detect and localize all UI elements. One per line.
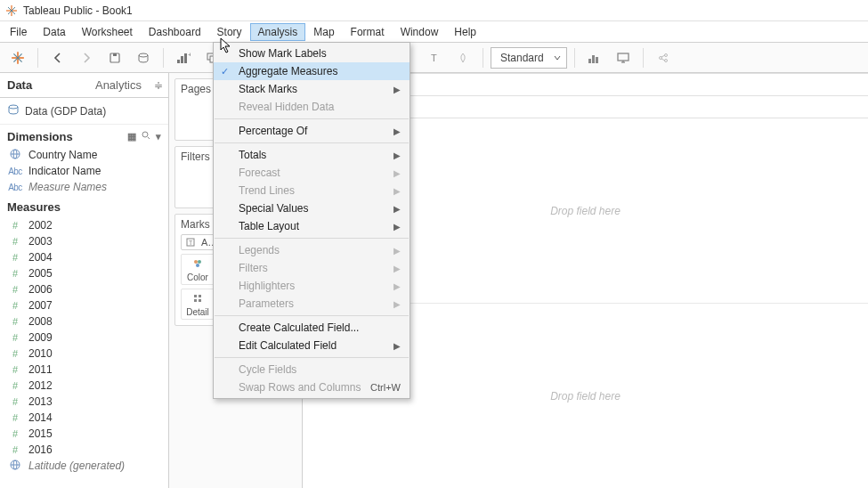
field-latitude-generated-[interactable]: Latitude (generated) [0,458,168,474]
field-2007[interactable]: #2007 [0,297,168,313]
menu-worksheet[interactable]: Worksheet [74,23,141,41]
show-me-button[interactable] [582,45,607,70]
svg-rect-28 [588,59,591,63]
datasource-row[interactable]: Data (GDP Data) [0,98,168,125]
menu-item-table-layout[interactable]: Table Layout▶ [214,217,410,235]
chevron-down-icon [554,54,561,61]
field-label: 2012 [28,379,53,392]
field-label: 2003 [28,235,53,248]
color-icon [192,256,203,271]
menu-item-show-mark-labels[interactable]: Show Mark Labels [214,45,410,62]
field-country-name[interactable]: Country Name [0,147,168,163]
svg-rect-54 [199,295,201,297]
field-2009[interactable]: #2009 [0,329,168,346]
menu-item-create-calculated-field-[interactable]: Create Calculated Field... [214,319,410,337]
fit-dropdown[interactable]: Standard [491,47,567,69]
field-label: Latitude (generated) [28,460,125,472]
number-icon: # [7,332,23,343]
menu-item-stack-marks[interactable]: Stack Marks▶ [214,80,410,98]
sidebar-swap-icon[interactable]: ≑ [149,73,168,97]
field-2005[interactable]: #2005 [0,265,168,281]
forward-button[interactable] [74,45,99,70]
menu-data[interactable]: Data [35,23,73,41]
menubar: FileDataWorksheetDashboardStoryAnalysisM… [0,21,868,43]
menu-file[interactable]: File [2,23,35,41]
mark-detail[interactable]: Detail [181,289,215,320]
dimensions-label: Dimensions [7,130,73,143]
pin-button[interactable] [450,45,475,70]
back-button[interactable] [45,45,70,70]
window-title: Tableau Public - Book1 [23,4,133,17]
menu-format[interactable]: Format [343,23,393,41]
field-label: 2010 [28,347,53,360]
field-2012[interactable]: #2012 [0,378,168,394]
number-icon: # [7,412,23,423]
field-2004[interactable]: #2004 [0,249,168,265]
label-button[interactable]: T [422,45,447,70]
number-icon: # [7,300,23,311]
menu-item-label: Highlighters [239,280,295,292]
field-2008[interactable]: #2008 [0,313,168,329]
measures-header: Measures [0,195,168,217]
svg-text:+: + [188,52,191,59]
analysis-menu: Show Mark Labels✓Aggregate MeasuresStack… [213,42,410,399]
save-button[interactable] [102,45,127,70]
menu-item-label: Show Mark Labels [239,47,327,60]
field-2016[interactable]: #2016 [0,442,168,458]
number-icon: # [7,348,23,359]
number-icon: # [7,428,23,439]
svg-point-51 [198,260,201,264]
field-2011[interactable]: #2011 [0,362,168,378]
toolbar: + T Standard [0,43,868,73]
data-pane: Data Analytics ≑ Data (GDP Data) Dimensi… [0,73,169,488]
menu-help[interactable]: Help [446,23,484,41]
menu-item-aggregate-measures[interactable]: ✓Aggregate Measures [214,62,410,80]
field-2003[interactable]: #2003 [0,233,168,249]
sidebar-tab-analytics[interactable]: Analytics [75,73,150,97]
menu-map[interactable]: Map [305,23,342,41]
field-2006[interactable]: #2006 [0,281,168,297]
menu-item-label: Special Values [239,202,309,215]
search-icon[interactable] [142,131,150,142]
field-indicator-name[interactable]: AbcIndicator Name [0,163,168,179]
svg-text:T: T [431,53,437,63]
mark-color[interactable]: Color [181,254,215,285]
tableau-button[interactable] [5,45,30,70]
submenu-arrow-icon: ▶ [393,168,401,178]
submenu-arrow-icon: ▶ [393,246,401,256]
new-worksheet-button[interactable]: + [171,45,196,70]
list-view-icon[interactable]: ▦ [127,131,136,142]
menu-item-legends: Legends▶ [214,241,410,259]
submenu-arrow-icon: ▶ [393,150,401,160]
detail-icon [192,291,203,305]
menu-dashboard[interactable]: Dashboard [141,23,209,41]
menu-story[interactable]: Story [209,23,250,41]
field-label: 2016 [28,443,53,456]
field-2013[interactable]: #2013 [0,394,168,410]
svg-rect-55 [194,299,197,302]
field-2015[interactable]: #2015 [0,426,168,442]
field-measure-names[interactable]: AbcMeasure Names [0,179,168,195]
menu-item-edit-calculated-field[interactable]: Edit Calculated Field▶ [214,337,410,354]
sidebar-tab-data[interactable]: Data [0,73,75,97]
menu-item-label: Percentage Of [239,125,307,137]
text-icon: Abc [7,183,23,192]
menu-item-totals[interactable]: Totals▶ [214,146,410,164]
svg-rect-56 [199,299,201,302]
field-2010[interactable]: #2010 [0,346,168,362]
menu-item-percentage-of[interactable]: Percentage Of▶ [214,122,410,140]
field-label: 2013 [28,395,53,408]
share-button[interactable] [651,45,676,70]
menu-window[interactable]: Window [393,23,447,41]
field-2014[interactable]: #2014 [0,410,168,426]
menu-analysis[interactable]: Analysis [250,23,306,41]
submenu-arrow-icon: ▶ [393,126,401,136]
new-data-button[interactable] [131,45,156,70]
dropdown-icon[interactable]: ▾ [156,131,161,142]
menu-item-label: Parameters [239,297,294,310]
field-label: 2004 [28,251,53,264]
tableau-logo-icon [5,4,18,17]
menu-item-special-values[interactable]: Special Values▶ [214,199,410,217]
presentation-button[interactable] [611,45,636,70]
field-2002[interactable]: #2002 [0,217,168,233]
